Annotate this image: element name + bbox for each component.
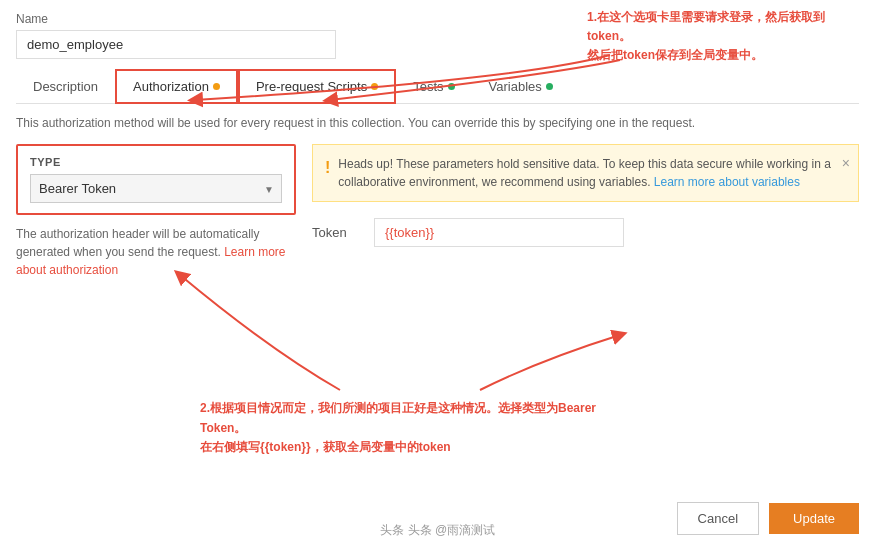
variables-dot xyxy=(546,83,553,90)
token-label: Token xyxy=(312,225,362,240)
watermark-logo: 头条 xyxy=(380,522,404,539)
tab-description[interactable]: Description xyxy=(16,70,115,103)
token-row: Token xyxy=(312,218,859,247)
authorization-dot xyxy=(213,83,220,90)
watermark: 头条 头条 @雨滴测试 xyxy=(380,522,496,539)
name-label: Name xyxy=(16,12,859,26)
collection-description: This authorization method will be used f… xyxy=(16,114,859,132)
tests-dot xyxy=(448,83,455,90)
name-section: Name xyxy=(16,12,859,59)
tab-variables[interactable]: Variables xyxy=(472,70,570,103)
tab-tests[interactable]: Tests xyxy=(396,70,471,103)
type-select-wrapper[interactable]: Bearer Token No Auth Basic Auth Digest A… xyxy=(30,174,282,203)
alert-icon: ! xyxy=(325,156,330,180)
alert-box: ! Heads up! These parameters hold sensit… xyxy=(312,144,859,202)
type-box: TYPE Bearer Token No Auth Basic Auth Dig… xyxy=(16,144,296,215)
name-input[interactable] xyxy=(16,30,336,59)
learn-more-variables-link[interactable]: Learn more about variables xyxy=(654,175,800,189)
tab-pre-request-scripts[interactable]: Pre-request Scripts xyxy=(238,69,396,104)
watermark-text: 头条 @雨滴测试 xyxy=(408,522,496,539)
alert-text: Heads up! These parameters hold sensitiv… xyxy=(338,155,846,191)
type-label: TYPE xyxy=(30,156,282,168)
token-input[interactable] xyxy=(374,218,624,247)
update-button[interactable]: Update xyxy=(769,503,859,534)
auth-note: The authorization header will be automat… xyxy=(16,225,296,279)
alert-close-button[interactable]: × xyxy=(842,153,850,174)
pre-request-dot xyxy=(371,83,378,90)
right-panel: ! Heads up! These parameters hold sensit… xyxy=(312,144,859,279)
tab-authorization[interactable]: Authorization xyxy=(115,69,238,104)
footer-actions: Cancel Update xyxy=(677,502,859,535)
tabs-bar: Description Authorization Pre-request Sc… xyxy=(16,69,859,104)
type-select[interactable]: Bearer Token No Auth Basic Auth Digest A… xyxy=(30,174,282,203)
left-panel: TYPE Bearer Token No Auth Basic Auth Dig… xyxy=(16,144,296,279)
annotation-text-2: 2.根据项目情况而定，我们所测的项目正好是这种情况。选择类型为Bearer To… xyxy=(200,399,640,457)
cancel-button[interactable]: Cancel xyxy=(677,502,759,535)
main-content: TYPE Bearer Token No Auth Basic Auth Dig… xyxy=(16,144,859,279)
main-container: Name Description Authorization Pre-reque… xyxy=(0,0,875,547)
